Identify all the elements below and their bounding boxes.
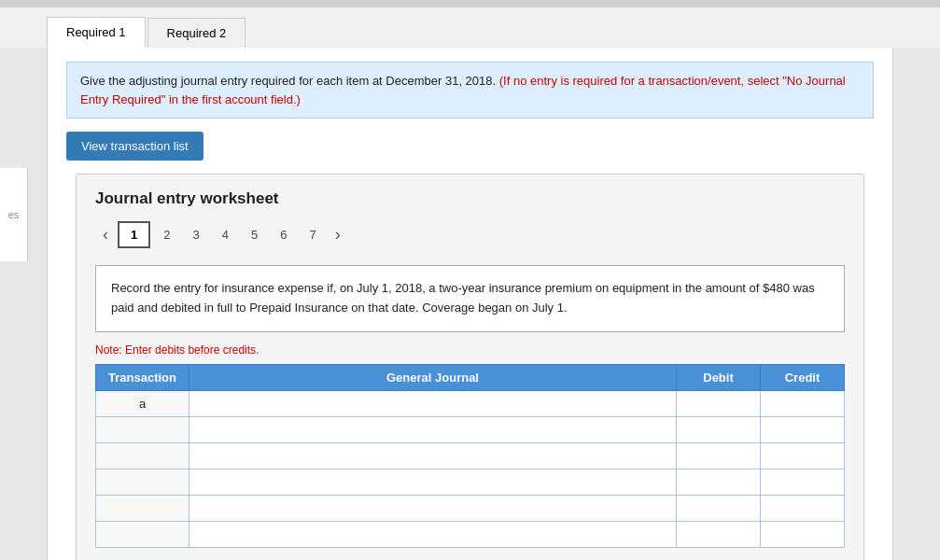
row-5-debit[interactable] xyxy=(677,495,761,521)
worksheet-panel: Journal entry worksheet ‹ 1 2 3 4 5 6 7 … xyxy=(76,174,864,560)
row-6-debit[interactable] xyxy=(677,521,761,547)
row-3-debit-input[interactable] xyxy=(677,443,760,469)
row-4-journal[interactable] xyxy=(189,469,677,495)
row-2-transaction xyxy=(96,416,189,442)
row-3-debit[interactable] xyxy=(677,442,761,469)
row-2-journal[interactable] xyxy=(189,416,677,442)
row-4-transaction xyxy=(96,469,189,495)
row-1-journal-input[interactable] xyxy=(189,391,676,416)
row-6-debit-input[interactable] xyxy=(677,522,760,547)
table-row xyxy=(96,521,845,547)
worksheet-title: Journal entry worksheet xyxy=(95,189,845,208)
view-transaction-btn[interactable]: View transaction list xyxy=(66,132,203,161)
row-2-debit[interactable] xyxy=(677,416,761,442)
table-row: a xyxy=(96,390,845,416)
row-4-debit[interactable] xyxy=(677,469,761,495)
sidebar-indicator: es xyxy=(0,168,28,261)
row-5-journal-input[interactable] xyxy=(189,496,676,521)
page-5[interactable]: 5 xyxy=(240,223,269,246)
row-4-journal-input[interactable] xyxy=(189,469,676,495)
content-area: Give the adjusting journal entry require… xyxy=(47,48,893,560)
row-1-journal[interactable] xyxy=(189,390,677,416)
row-6-credit-input[interactable] xyxy=(761,522,844,547)
row-3-credit[interactable] xyxy=(761,442,845,469)
row-4-debit-input[interactable] xyxy=(677,469,760,495)
row-6-credit[interactable] xyxy=(761,521,845,547)
row-1-credit[interactable] xyxy=(761,390,845,416)
page-2[interactable]: 2 xyxy=(152,223,181,246)
tab-required-1[interactable]: Required 1 xyxy=(47,17,146,48)
row-2-credit-input[interactable] xyxy=(761,417,844,442)
row-4-credit-input[interactable] xyxy=(761,469,844,495)
page-7[interactable]: 7 xyxy=(298,223,327,246)
description-box: Record the entry for insurance expense i… xyxy=(95,265,845,332)
row-3-transaction xyxy=(96,442,189,469)
page-4[interactable]: 4 xyxy=(211,223,240,246)
page-3[interactable]: 3 xyxy=(181,223,210,246)
row-5-transaction xyxy=(96,495,189,521)
page-1[interactable]: 1 xyxy=(118,221,150,248)
tab-bar: Required 1 Required 2 xyxy=(0,7,940,48)
page-navigator: ‹ 1 2 3 4 5 6 7 › xyxy=(95,221,845,248)
table-row xyxy=(96,469,845,495)
row-1-credit-input[interactable] xyxy=(761,391,844,416)
row-2-debit-input[interactable] xyxy=(677,417,760,442)
row-6-transaction xyxy=(96,521,189,547)
header-journal: General Journal xyxy=(189,364,677,390)
row-6-journal-input[interactable] xyxy=(189,522,676,547)
row-5-journal[interactable] xyxy=(189,495,677,521)
row-4-credit[interactable] xyxy=(761,469,845,495)
row-6-journal[interactable] xyxy=(189,521,677,547)
row-1-debit[interactable] xyxy=(677,390,761,416)
row-2-credit[interactable] xyxy=(761,416,845,442)
row-5-credit[interactable] xyxy=(761,495,845,521)
row-5-credit-input[interactable] xyxy=(761,496,844,521)
tab-required-2[interactable]: Required 2 xyxy=(147,18,246,48)
header-debit: Debit xyxy=(677,364,761,390)
sidebar-label: es xyxy=(8,209,20,220)
journal-table: Transaction General Journal Debit Credit… xyxy=(95,364,845,548)
row-1-debit-input[interactable] xyxy=(677,391,760,416)
row-5-debit-input[interactable] xyxy=(677,496,760,521)
note-text: Note: Enter debits before credits. xyxy=(95,343,845,357)
row-3-journal[interactable] xyxy=(189,442,677,469)
table-row xyxy=(96,495,845,521)
row-3-journal-input[interactable] xyxy=(189,443,676,469)
table-row xyxy=(96,416,845,442)
row-3-credit-input[interactable] xyxy=(761,443,844,469)
info-box: Give the adjusting journal entry require… xyxy=(66,62,874,119)
row-2-journal-input[interactable] xyxy=(189,417,676,442)
info-main-text: Give the adjusting journal entry require… xyxy=(80,74,496,88)
page-6[interactable]: 6 xyxy=(269,223,298,246)
header-transaction: Transaction xyxy=(96,364,189,390)
row-1-transaction: a xyxy=(96,390,189,416)
table-row xyxy=(96,442,845,469)
next-arrow[interactable]: › xyxy=(328,221,348,248)
header-credit: Credit xyxy=(761,364,845,390)
prev-arrow[interactable]: ‹ xyxy=(95,221,116,248)
